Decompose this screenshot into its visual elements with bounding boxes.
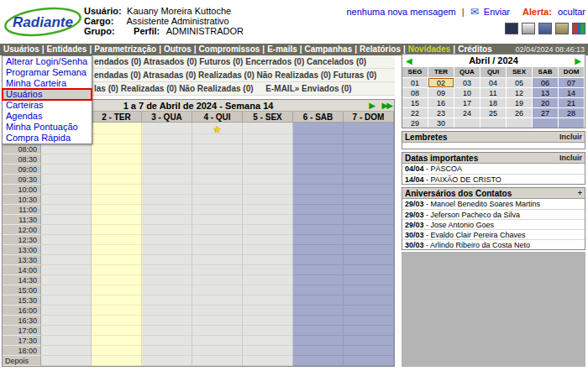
slot-sab-09-30[interactable] — [293, 175, 344, 185]
slot-dom-depois[interactable] — [344, 356, 394, 366]
slot-qua-09-30[interactable] — [142, 175, 192, 185]
slot-sab-13-30[interactable] — [293, 255, 344, 265]
slot-seg-08-30[interactable] — [41, 154, 92, 165]
slot-sex-18-00[interactable] — [243, 346, 293, 356]
slot-dom-08-30[interactable] — [344, 154, 394, 165]
slot-qua-11-30[interactable] — [142, 215, 192, 225]
slot-qui-12-30[interactable] — [192, 235, 243, 245]
minical-day-16[interactable]: 16 — [428, 97, 454, 107]
slot-qui-16-00[interactable] — [192, 306, 243, 316]
slot-qua-17-00[interactable] — [142, 326, 192, 336]
slot-qui-15-30[interactable] — [192, 295, 243, 306]
slot-sex-10-00[interactable] — [243, 185, 293, 195]
slot-seg-14-30[interactable] — [41, 275, 92, 285]
slot-qua-depois[interactable] — [142, 356, 192, 366]
slot-ter-08-00[interactable] — [92, 144, 142, 154]
slot-sex-12-30[interactable] — [243, 235, 293, 245]
minical-day-20[interactable]: 20 — [533, 97, 559, 107]
minical-day-06[interactable]: 06 — [533, 77, 559, 87]
list-item[interactable]: 29/03 - Jeferson Pacheco da Silva — [402, 209, 585, 219]
slot-dom-18-00[interactable] — [344, 346, 394, 356]
slot-sab-18-00[interactable] — [293, 346, 344, 356]
minical-day-23[interactable]: 23 — [428, 107, 454, 118]
slot-qua-15-00[interactable] — [142, 285, 192, 295]
slot-seg-11-00[interactable] — [41, 205, 92, 215]
slot-dom-16-30[interactable] — [344, 316, 394, 326]
slot-seg-17-30[interactable] — [41, 336, 92, 346]
slot-seg-16-30[interactable] — [41, 316, 92, 326]
tv-icon[interactable] — [505, 23, 518, 34]
slot-sab-15-00[interactable] — [293, 285, 344, 295]
slot-sex-09-30[interactable] — [243, 175, 293, 185]
slot-qua-13-30[interactable] — [142, 255, 192, 265]
list-item[interactable]: 30/03 - Evaldo Clair Pereira Chaves — [402, 229, 585, 239]
slot-qui-14-30[interactable] — [192, 275, 243, 285]
slot-sab-11-00[interactable] — [293, 205, 344, 215]
slot-ter-14-30[interactable] — [92, 275, 142, 285]
slot-qui-09-30[interactable] — [192, 175, 243, 185]
slot-sab-depois[interactable] — [293, 356, 344, 366]
list-item[interactable]: 04/04 - PÁSCOA — [402, 164, 585, 174]
slot-sab-10-00[interactable] — [293, 185, 344, 195]
slot-qua-antes[interactable] — [142, 134, 192, 144]
slot-sex-depois[interactable] — [243, 356, 293, 366]
slot-qui-17-00[interactable] — [192, 326, 243, 336]
slot-sex-13-00[interactable] — [243, 245, 293, 255]
slot-qui-08-00[interactable] — [192, 144, 243, 154]
minical-day-03[interactable]: 03 — [454, 77, 480, 87]
menu-item-usu-rios[interactable]: Usuários — [3, 44, 40, 54]
slot-ter-10-00[interactable] — [92, 185, 142, 195]
slot-ter-11-00[interactable] — [92, 205, 142, 215]
slot-ter-15-30[interactable] — [92, 295, 142, 306]
dropdown-item-usu-rios[interactable]: Usuários — [3, 89, 92, 100]
slot-sab-10-30[interactable] — [293, 195, 344, 205]
list-item[interactable]: 14/04 - PAIXÃO DE CRISTO — [402, 174, 585, 184]
slot-ter-antes[interactable] — [92, 134, 142, 144]
menu-item-compromissos[interactable]: Compromissos — [198, 44, 261, 54]
slot-sex-antes[interactable] — [243, 134, 293, 144]
slot-ter-14-00[interactable] — [92, 265, 142, 275]
minical-day-12[interactable]: 12 — [507, 87, 533, 97]
slot-qua-12-00[interactable] — [142, 225, 192, 235]
slot-ter-17-30[interactable] — [92, 336, 142, 346]
slot-sex-16-30[interactable] — [243, 316, 293, 326]
slot-qui-11-00[interactable] — [192, 205, 243, 215]
slot-qui-15-00[interactable] — [192, 285, 243, 295]
slot-sab-08-00[interactable] — [293, 144, 344, 154]
minical-day-22[interactable]: 22 — [402, 107, 428, 118]
slot-dom-12-00[interactable] — [344, 225, 394, 235]
day-header-qua[interactable]: 3 - QUA — [142, 112, 192, 123]
slot-sab-antes[interactable] — [293, 134, 344, 144]
slot-sab-12-30[interactable] — [293, 235, 344, 245]
slot-sab-15-30[interactable] — [293, 295, 344, 306]
slot-dom-17-00[interactable] — [344, 326, 394, 336]
dropdown-item-alterar-login-senha[interactable]: Alterar Login/Senha — [3, 56, 92, 67]
slot-dom-11-00[interactable] — [344, 205, 394, 215]
slot-sex-12-00[interactable] — [243, 225, 293, 235]
datas-incluir-link[interactable]: Incluir — [559, 153, 582, 164]
slot-sab-14-30[interactable] — [293, 275, 344, 285]
dropdown-item-agendas[interactable]: Agendas — [3, 111, 92, 122]
chart-icon[interactable] — [572, 23, 585, 34]
minical-day-17[interactable]: 17 — [454, 97, 480, 107]
slot-ter-11-30[interactable] — [92, 215, 142, 225]
minical-day-07[interactable]: 07 — [559, 77, 585, 87]
slot-qui-14-00[interactable] — [192, 265, 243, 275]
slot-dom-09-30[interactable] — [344, 175, 394, 185]
slot-qui-11-30[interactable] — [192, 215, 243, 225]
slot-sex-10-30[interactable] — [243, 195, 293, 205]
slot-sex-14-30[interactable] — [243, 275, 293, 285]
slot-seg-16-00[interactable] — [41, 306, 92, 316]
slot-seg-13-00[interactable] — [41, 245, 92, 255]
minical-day-26[interactable]: 26 — [507, 107, 533, 118]
slot-seg-depois[interactable] — [41, 356, 92, 366]
slot-seg-15-30[interactable] — [41, 295, 92, 306]
slot-ter-08-30[interactable] — [92, 154, 142, 165]
day-header-ter[interactable]: 2 - TER — [92, 112, 142, 123]
slot-ter-09-30[interactable] — [92, 175, 142, 185]
dropdown-item-carteiras[interactable]: Carteiras — [3, 100, 92, 111]
slot-sex-11-30[interactable] — [243, 215, 293, 225]
alert-hide-link[interactable]: ocultar — [558, 7, 585, 17]
slot-sex-11-00[interactable] — [243, 205, 293, 215]
menu-item-campanhas[interactable]: Campanhas — [304, 44, 354, 54]
